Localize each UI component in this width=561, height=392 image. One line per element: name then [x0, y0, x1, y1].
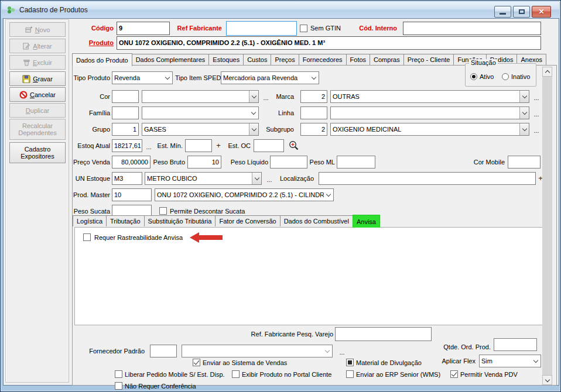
subtab-logistica[interactable]: Logística — [73, 215, 107, 226]
marca-browse-button[interactable]: ... — [532, 90, 541, 103]
codigo-label: Código — [69, 22, 114, 35]
peso-liquido-input[interactable] — [270, 156, 307, 169]
maximize-button[interactable] — [513, 6, 530, 18]
title-bar[interactable]: Cadastro de Produtos ✕ — [2, 2, 559, 18]
cor-mobile-input[interactable] — [508, 156, 541, 169]
grupo-code-input[interactable]: 1 — [112, 123, 139, 136]
tab-dados-complementares[interactable]: Dados Complementares — [132, 54, 210, 65]
exibir-portal-cliente-checkbox[interactable] — [232, 370, 240, 378]
familia-code-input[interactable] — [112, 106, 139, 119]
linha-combo[interactable] — [330, 106, 529, 119]
chevron-down-icon — [324, 189, 333, 201]
sem-gtin-checkbox[interactable] — [300, 25, 307, 32]
chevron-down-icon — [531, 355, 541, 367]
ref-fabricante-input[interactable] — [226, 21, 297, 36]
subtab-tributacao[interactable]: Tributação — [106, 215, 145, 226]
prod-master-combo[interactable]: ONU 1072 OXIGENIO, COMPRIMIDO 2.2 (5.1) … — [155, 188, 334, 201]
un-estoque-value: METRO CUBICO — [145, 175, 252, 182]
peso-bruto-input[interactable]: 10 — [187, 156, 221, 169]
subgrupo-code-input[interactable]: 2 — [300, 123, 327, 136]
cor-label: Cor — [73, 90, 110, 103]
marca-code-input[interactable]: 2 — [300, 90, 327, 103]
marca-combo[interactable]: OUTRAS — [330, 90, 529, 103]
subtab-fator-de-conversao[interactable]: Fator de Conversão — [215, 215, 280, 226]
prod-master-code-input[interactable]: 10 — [112, 188, 152, 201]
cod-interno-input[interactable] — [403, 22, 541, 35]
material-divulgacao-checkbox[interactable] — [346, 359, 354, 366]
cor-browse-button[interactable]: ... — [261, 90, 271, 103]
nao-requer-conferencia-label: Não Requer Conferência — [125, 380, 196, 392]
radio-inativo[interactable] — [502, 73, 509, 80]
chevron-down-icon — [249, 123, 258, 135]
tab-dados-do-produto[interactable]: Dados do Produto — [72, 53, 132, 66]
vertical-scrollbar[interactable] — [542, 67, 552, 385]
nao-requer-conferencia-checkbox[interactable] — [115, 382, 122, 390]
subgrupo-browse-button[interactable]: ... — [532, 123, 541, 136]
linha-code-input[interactable] — [300, 106, 327, 119]
localizacao-label: Localização — [276, 172, 314, 185]
subtab-dados-do-combustivel[interactable]: Dados do Combustível — [280, 215, 353, 226]
aplicar-flex-combo[interactable]: Sim — [479, 355, 541, 367]
radio-ativo[interactable] — [470, 73, 477, 80]
tab-estoques[interactable]: Estoques — [208, 54, 244, 65]
subtab-anvisa[interactable]: Anvisa — [353, 215, 380, 228]
close-button[interactable]: ✕ — [532, 6, 551, 18]
estoq-atual-input[interactable]: 18217,61 — [112, 139, 142, 152]
un-estoque-combo[interactable]: METRO CUBICO — [145, 172, 262, 185]
close-icon: ✕ — [538, 8, 544, 15]
zoom-search-icon[interactable] — [288, 140, 299, 152]
save-button[interactable]: Gravar — [9, 71, 66, 86]
un-estoque-code-input[interactable]: M3 — [112, 172, 142, 185]
fornecedor-padrao-combo[interactable] — [182, 345, 333, 357]
subgrupo-combo[interactable]: OXIGENIO MEDICINAL — [330, 123, 529, 136]
tab-fornecedores[interactable]: Fornecedores — [299, 54, 347, 65]
duplicate-button-label: Duplicar — [26, 107, 49, 114]
un-estoque-browse-button[interactable]: ... — [265, 172, 274, 185]
scroll-up-button[interactable] — [542, 67, 552, 77]
tab-preco-cliente[interactable]: Preço - Cliente — [403, 54, 454, 65]
linha-browse-button[interactable]: ... — [532, 106, 541, 119]
enviar-erp-senior-checkbox[interactable] — [346, 370, 354, 378]
chevron-down-icon — [163, 72, 172, 84]
preco-venda-label: Preço Venda — [73, 156, 110, 169]
tipo-produto-value: Revenda — [112, 74, 163, 81]
ref-fabricante-pesq-varejo-input[interactable] — [335, 327, 432, 341]
subgrupo-label: Subgrupo — [266, 123, 294, 136]
localizacao-input[interactable] — [319, 172, 536, 185]
tipo-produto-combo[interactable]: Revenda — [112, 71, 173, 84]
grupo-combo[interactable]: GASES — [142, 123, 259, 136]
preco-venda-input[interactable]: 80,00000 — [112, 156, 150, 169]
tab-precos[interactable]: Preços — [271, 54, 299, 65]
est-oc-input[interactable] — [254, 139, 284, 152]
cor-code-input[interactable] — [112, 90, 139, 103]
fornecedor-padrao-code-input[interactable] — [150, 345, 177, 357]
qtde-ord-prod-input[interactable] — [494, 338, 537, 351]
estoq-browse-button[interactable]: ... — [144, 139, 153, 152]
permitir-venda-pdv-checkbox[interactable] — [450, 370, 458, 378]
est-min-input[interactable] — [185, 139, 212, 152]
tab-fotos[interactable]: Fotos — [346, 54, 371, 65]
subtab-substituicao-tributaria[interactable]: Substituição Tributária — [144, 215, 216, 226]
subgrupo-value: OXIGENIO MEDICINAL — [331, 126, 519, 133]
codigo-input[interactable]: 9 — [117, 22, 170, 35]
tab-custos[interactable]: Custos — [243, 54, 271, 65]
est-min-add-button[interactable]: + — [215, 139, 222, 152]
material-divulgacao-label: Material de Divulgação — [356, 356, 422, 369]
enviar-sistema-vendas-checkbox[interactable] — [193, 359, 200, 366]
chevron-down-icon — [545, 377, 549, 381]
cadastro-expositores-button[interactable]: Cadastro Expositores — [9, 142, 66, 163]
scroll-down-button[interactable] — [542, 375, 552, 385]
cor-combo[interactable] — [142, 90, 259, 103]
tab-compras[interactable]: Compras — [370, 54, 404, 65]
tipo-item-sped-combo[interactable]: Mercadoria para Revenda — [221, 71, 319, 84]
familia-combo[interactable] — [142, 106, 259, 119]
qtde-ord-prod-label: Qtde. Ord. Prod. — [437, 341, 491, 353]
cancel-button[interactable]: Cancelar — [9, 87, 66, 102]
fornecedor-browse-button[interactable]: ... — [337, 345, 347, 357]
requer-rastreabilidade-anvisa-checkbox[interactable] — [83, 233, 91, 241]
peso-ml-input[interactable] — [337, 156, 375, 169]
liberar-pedido-mobile-checkbox[interactable] — [115, 370, 122, 378]
minimize-button[interactable] — [494, 6, 511, 18]
chevron-down-icon — [249, 91, 258, 102]
produto-input[interactable]: ONU 1072 OXIGENIO, COMPRIMIDO 2.2 (5.1) … — [117, 36, 541, 50]
